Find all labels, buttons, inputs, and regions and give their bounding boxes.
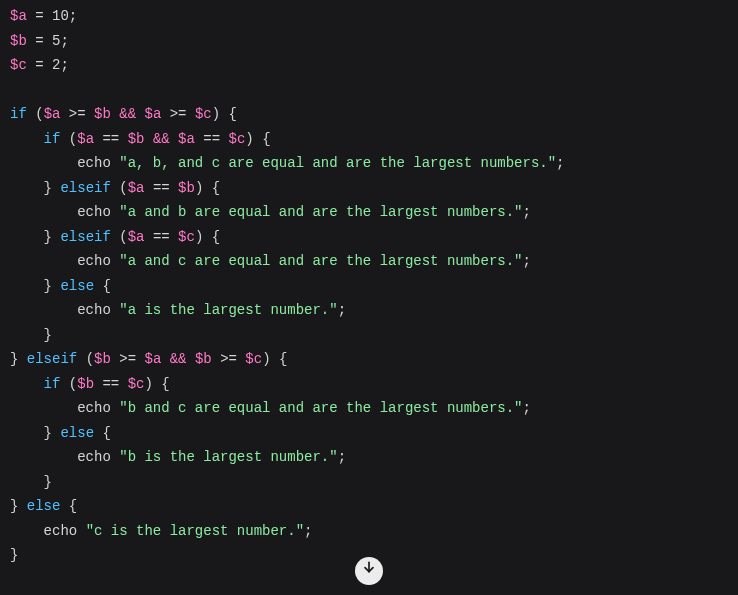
paren-open: ( bbox=[86, 351, 94, 367]
keyword-elseif: elseif bbox=[27, 351, 77, 367]
semicolon: ; bbox=[60, 57, 68, 73]
brace-open: { bbox=[102, 278, 110, 294]
keyword-else: else bbox=[27, 498, 61, 514]
string-c-largest: "c is the largest number." bbox=[86, 523, 304, 539]
keyword-if: if bbox=[44, 376, 61, 392]
arrow-down-icon bbox=[361, 559, 377, 584]
semicolon: ; bbox=[60, 33, 68, 49]
paren-open: ( bbox=[69, 376, 77, 392]
variable-b: $b bbox=[128, 131, 145, 147]
variable-a: $a bbox=[144, 351, 161, 367]
code-block: $a = 10; $b = 5; $c = 2; if ($a >= $b &&… bbox=[10, 4, 728, 568]
variable-a: $a bbox=[10, 8, 27, 24]
semicolon: ; bbox=[523, 204, 531, 220]
paren-open: ( bbox=[119, 180, 127, 196]
keyword-else: else bbox=[60, 425, 94, 441]
semicolon: ; bbox=[338, 449, 346, 465]
brace-close: } bbox=[10, 351, 18, 367]
paren-open: ( bbox=[69, 131, 77, 147]
variable-c: $c bbox=[245, 351, 262, 367]
brace-close: } bbox=[44, 327, 52, 343]
variable-b: $b bbox=[94, 351, 111, 367]
brace-open: { bbox=[102, 425, 110, 441]
variable-b: $b bbox=[178, 180, 195, 196]
function-echo: echo bbox=[77, 449, 111, 465]
keyword-else: else bbox=[60, 278, 94, 294]
keyword-if: if bbox=[10, 106, 27, 122]
variable-b: $b bbox=[195, 351, 212, 367]
brace-open: { bbox=[69, 498, 77, 514]
semicolon: ; bbox=[338, 302, 346, 318]
brace-close: } bbox=[44, 278, 52, 294]
paren-close: ) bbox=[245, 131, 253, 147]
string-bc-equal: "b and c are equal and are the largest n… bbox=[119, 400, 522, 416]
function-echo: echo bbox=[44, 523, 78, 539]
function-echo: echo bbox=[77, 302, 111, 318]
operator-and: && bbox=[153, 131, 170, 147]
keyword-if: if bbox=[44, 131, 61, 147]
brace-open: { bbox=[262, 131, 270, 147]
operator-gte: >= bbox=[170, 106, 187, 122]
string-b-largest: "b is the largest number." bbox=[119, 449, 337, 465]
brace-close: } bbox=[44, 180, 52, 196]
variable-a: $a bbox=[77, 131, 94, 147]
brace-close: } bbox=[44, 229, 52, 245]
function-echo: echo bbox=[77, 155, 111, 171]
string-abc-equal: "a, b, and c are equal and are the large… bbox=[119, 155, 556, 171]
brace-open: { bbox=[229, 106, 237, 122]
string-ac-equal: "a and c are equal and are the largest n… bbox=[119, 253, 522, 269]
brace-close: } bbox=[44, 425, 52, 441]
variable-a: $a bbox=[44, 106, 61, 122]
paren-open: ( bbox=[119, 229, 127, 245]
operator-eq: == bbox=[203, 131, 220, 147]
brace-close: } bbox=[10, 498, 18, 514]
keyword-elseif: elseif bbox=[60, 229, 110, 245]
paren-close: ) bbox=[195, 229, 203, 245]
variable-a: $a bbox=[128, 180, 145, 196]
paren-open: ( bbox=[35, 106, 43, 122]
variable-a: $a bbox=[145, 106, 162, 122]
variable-c: $c bbox=[10, 57, 27, 73]
variable-c: $c bbox=[195, 106, 212, 122]
operator-eq: == bbox=[153, 180, 170, 196]
semicolon: ; bbox=[523, 400, 531, 416]
function-echo: echo bbox=[77, 253, 111, 269]
operator-assign: = bbox=[35, 8, 43, 24]
variable-c: $c bbox=[128, 376, 145, 392]
operator-and: && bbox=[170, 351, 187, 367]
brace-open: { bbox=[279, 351, 287, 367]
brace-close: } bbox=[10, 547, 18, 563]
paren-close: ) bbox=[195, 180, 203, 196]
scroll-down-button[interactable] bbox=[355, 557, 383, 585]
semicolon: ; bbox=[304, 523, 312, 539]
semicolon: ; bbox=[523, 253, 531, 269]
variable-b: $b bbox=[94, 106, 111, 122]
string-ab-equal: "a and b are equal and are the largest n… bbox=[119, 204, 522, 220]
variable-c: $c bbox=[178, 229, 195, 245]
function-echo: echo bbox=[77, 400, 111, 416]
operator-and: && bbox=[119, 106, 136, 122]
paren-close: ) bbox=[144, 376, 152, 392]
operator-gte: >= bbox=[69, 106, 86, 122]
literal-10: 10 bbox=[52, 8, 69, 24]
paren-close: ) bbox=[212, 106, 220, 122]
string-a-largest: "a is the largest number." bbox=[119, 302, 337, 318]
operator-assign: = bbox=[35, 57, 43, 73]
brace-close: } bbox=[44, 474, 52, 490]
variable-b: $b bbox=[10, 33, 27, 49]
operator-eq: == bbox=[102, 376, 119, 392]
variable-b: $b bbox=[77, 376, 94, 392]
variable-a: $a bbox=[128, 229, 145, 245]
brace-open: { bbox=[212, 229, 220, 245]
brace-open: { bbox=[161, 376, 169, 392]
function-echo: echo bbox=[77, 204, 111, 220]
semicolon: ; bbox=[556, 155, 564, 171]
operator-gte: >= bbox=[119, 351, 136, 367]
operator-assign: = bbox=[35, 33, 43, 49]
operator-gte: >= bbox=[220, 351, 237, 367]
operator-eq: == bbox=[102, 131, 119, 147]
keyword-elseif: elseif bbox=[60, 180, 110, 196]
brace-open: { bbox=[212, 180, 220, 196]
paren-close: ) bbox=[262, 351, 270, 367]
variable-c: $c bbox=[229, 131, 246, 147]
